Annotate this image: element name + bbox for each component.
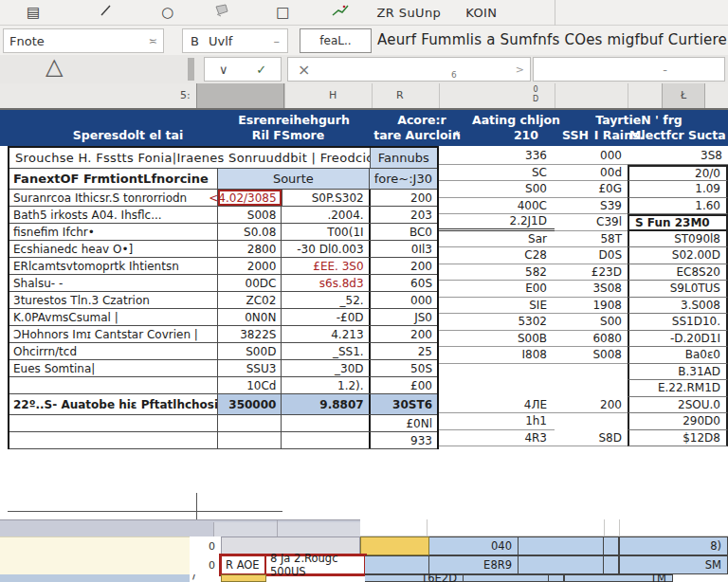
cell[interactable]: S00 <box>439 181 555 198</box>
cell[interactable]: Ba0ɛ0 <box>628 347 728 364</box>
cell[interactable]: 400C <box>439 198 555 215</box>
cell[interactable]: 4.213 <box>282 326 370 342</box>
cell[interactable]: 2800 <box>218 241 282 257</box>
cell[interactable]: 2000 <box>218 258 282 274</box>
cell[interactable]: £0Nl <box>371 415 437 431</box>
cell[interactable]: 2SOU.0 <box>628 397 728 414</box>
cell[interactable]: 3turestos Tln.3 Czatrion <box>9 292 218 308</box>
cell[interactable]: 8) <box>619 537 728 555</box>
cell[interactable]: 0N0N <box>218 309 282 325</box>
cell[interactable] <box>555 364 628 381</box>
cell[interactable]: s6s.8d3 <box>282 275 370 291</box>
feal-box[interactable]: feaL.. <box>300 28 372 53</box>
cell[interactable]: 1.09 <box>628 181 728 198</box>
column-letter-stacked[interactable]: 0D <box>533 85 538 104</box>
cell[interactable]: _SS1. <box>282 343 370 359</box>
cell[interactable] <box>8 493 197 511</box>
cell[interactable]: 200 <box>371 326 437 342</box>
cell[interactable]: SIE <box>439 298 555 315</box>
cell[interactable]: Sourte <box>218 169 370 189</box>
cell[interactable]: Srouchse H. Fsstts Fonia|Iraenes Sonruud… <box>9 148 371 168</box>
cell[interactable]: .2004. <box>282 207 370 223</box>
cell[interactable]: 4R3 <box>439 430 555 447</box>
cell[interactable]: Suranrcoa Ithicsr.S tonrorriodn <box>9 190 218 206</box>
formula-extension[interactable]: - <box>533 57 725 82</box>
cell[interactable]: 3.S008 <box>628 298 728 315</box>
header-aating-bottom[interactable]: 210 <box>472 128 538 142</box>
cell[interactable] <box>9 415 218 431</box>
header-aating-top[interactable]: Aating chljon <box>472 113 559 127</box>
cell[interactable]: £00 <box>371 377 437 393</box>
cell[interactable]: C28 <box>439 247 555 264</box>
cell[interactable] <box>519 537 604 555</box>
cell[interactable] <box>439 380 555 397</box>
cell[interactable]: ZC02 <box>218 292 282 308</box>
cell[interactable] <box>549 574 564 582</box>
cell[interactable]: E8R9 <box>429 555 519 574</box>
cell[interactable]: 2.2J1D <box>439 214 555 231</box>
cell[interactable]: fore~:J30 <box>370 169 437 189</box>
cell[interactable]: D0S <box>555 247 628 264</box>
cell[interactable]: _52. <box>282 292 370 308</box>
column-letter-r[interactable]: R <box>396 89 404 101</box>
cell[interactable]: S0P.S302 <box>282 190 371 206</box>
cell[interactable] <box>9 377 218 393</box>
cell[interactable]: E00 <box>439 281 555 298</box>
cell[interactable]: JS0 <box>371 309 437 325</box>
cell[interactable]: 1.60 <box>628 198 728 215</box>
toolbar-label-koin[interactable]: KOIN <box>465 6 497 20</box>
header-estimate-bottom[interactable]: Ril FSmore <box>214 128 362 142</box>
cell[interactable]: T6E2D <box>365 574 464 582</box>
cell[interactable]: B.31AD <box>628 364 728 381</box>
cell[interactable]: 20/0 <box>628 165 728 182</box>
cell[interactable]: 040 <box>429 537 519 555</box>
cell[interactable]: 25 <box>371 343 437 359</box>
cell[interactable]: 0Il3 <box>371 241 437 257</box>
cell[interactable]: Eues Somtina| <box>9 360 218 376</box>
grid-icon[interactable]: ▤ <box>27 4 40 21</box>
cell[interactable]: 00DC <box>218 275 282 291</box>
cell[interactable]: 1.2). <box>282 377 370 393</box>
header-accrue-top[interactable]: Acore:r <box>374 113 469 127</box>
cell[interactable]: _30D <box>282 360 370 376</box>
cell[interactable]: 10Cd <box>218 377 282 393</box>
cell[interactable]: fisnefim Ifchr• <box>9 224 218 240</box>
cell[interactable]: 933 <box>371 432 437 448</box>
cell[interactable]: TM <box>564 574 673 582</box>
chart-icon[interactable] <box>331 3 350 22</box>
cell[interactable]: EC8S20 <box>628 264 728 282</box>
cell[interactable]: BC0 <box>371 224 437 240</box>
cell[interactable] <box>365 555 429 574</box>
cell[interactable]: 0 <box>190 537 221 555</box>
cell[interactable]: S00D <box>218 343 282 359</box>
cell[interactable]: S02.00D <box>628 247 728 264</box>
cell[interactable]: 22º..S- Auatobe hiɛ Pftatlhchosi rO-e <box>9 394 218 414</box>
cell[interactable]: 00d <box>555 165 628 182</box>
cell[interactable]: S00B <box>439 331 555 348</box>
cell[interactable]: E.22.RM1D <box>628 380 728 397</box>
cell[interactable]: 58T <box>555 231 628 248</box>
cell[interactable]: S008 <box>555 347 628 364</box>
cell[interactable]: T00(1I <box>282 224 370 240</box>
cell[interactable]: K.0PAvmsCsumal | <box>9 309 218 325</box>
cell[interactable]: 203 <box>371 207 437 223</box>
cell[interactable]: 30ST6 <box>371 394 437 414</box>
cell[interactable]: 000 <box>555 148 628 165</box>
cell[interactable]: S00 <box>555 314 628 331</box>
cell[interactable]: Ecshianedc heav O•] <box>9 241 218 257</box>
cell[interactable]: £EE. 3S0 <box>282 258 370 274</box>
style-box[interactable]: B Uvlf – <box>182 28 288 53</box>
style-caret-icon[interactable]: – <box>274 34 281 48</box>
cell[interactable]: S39 <box>555 198 628 215</box>
highlighted-cell[interactable] <box>360 537 429 555</box>
cell[interactable]: 4ЛE <box>439 397 555 414</box>
cell[interactable]: 290D0 <box>628 413 728 430</box>
check-icon[interactable]: ✓ <box>256 63 266 77</box>
cell[interactable]: S008 <box>218 207 282 223</box>
cell[interactable]: -D.20D1I <box>628 331 728 348</box>
cell[interactable]: ƆHohnors Imɪ Cantstar Covrien | <box>9 326 218 342</box>
cell[interactable]: 350000 <box>218 394 282 414</box>
cell[interactable] <box>604 537 619 555</box>
cell[interactable]: 200 <box>555 397 628 414</box>
header-spreadsheet[interactable]: Speresdolt el tai <box>38 128 218 142</box>
